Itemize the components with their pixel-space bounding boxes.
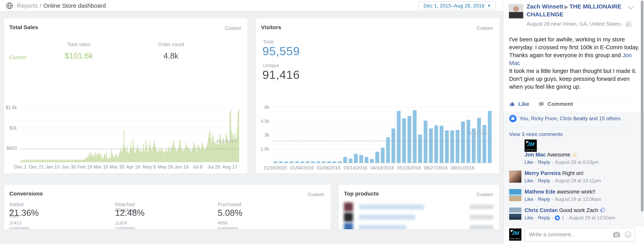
bar [220, 134, 221, 162]
bar [226, 133, 226, 162]
bar [232, 133, 232, 162]
bar [166, 150, 166, 162]
camera-icon[interactable] [613, 231, 620, 238]
bar [191, 151, 192, 162]
bar [450, 130, 454, 163]
comment-avatar[interactable] [509, 170, 522, 183]
bar [397, 111, 400, 163]
likers-text-link[interactable]: You, Ricky Poon, Chris Beatty and 15 oth… [520, 116, 620, 122]
comment-avatar[interactable]: JMJON MAC [524, 139, 537, 152]
bar [221, 141, 222, 162]
post-author-avatar[interactable] [509, 4, 523, 18]
comment-reply-link[interactable]: Reply [538, 215, 550, 221]
bar [165, 151, 165, 162]
bar [237, 127, 238, 162]
x-axis-label: Dec 21 [29, 164, 44, 170]
bar [195, 149, 196, 162]
view-more-comments-link[interactable]: View 3 more comments [509, 131, 563, 137]
bar [210, 139, 211, 162]
product-name-blurred[interactable] [359, 225, 406, 230]
comment-like-link[interactable]: Like [524, 178, 533, 183]
post-text-part2: It took me a little longer than thought … [509, 68, 638, 90]
like-button[interactable]: Like [518, 101, 529, 107]
post-options-chevron-icon[interactable] [628, 5, 634, 10]
bar [40, 160, 40, 162]
metric-value: 5.08% [218, 208, 242, 218]
product-row[interactable] [344, 213, 493, 222]
comment-reply-link[interactable]: Reply [538, 159, 550, 165]
comment-button[interactable]: Comment [548, 101, 573, 107]
bar [230, 112, 230, 162]
comment-author-link[interactable]: Merry Parreira [524, 170, 561, 176]
comment-author-link[interactable]: Mathew Ede [524, 189, 555, 195]
bar [187, 148, 188, 162]
bar [143, 144, 144, 162]
bar [108, 157, 109, 162]
composer-avatar: JM JON MAC [509, 229, 522, 241]
order-count-col-header: Order count [158, 42, 184, 47]
bar [160, 151, 160, 162]
bar [194, 143, 194, 162]
comment-reply-link[interactable]: Reply [538, 197, 550, 202]
comment-reply-link[interactable]: Reply [538, 178, 550, 183]
comments-list: JMJON MACJon Mac Awesome ☺Like · Reply ·… [509, 139, 640, 226]
bar [89, 156, 90, 162]
bar [197, 151, 198, 162]
bar [343, 157, 347, 163]
bar [36, 159, 36, 162]
bar [39, 159, 39, 162]
caret-down-icon: ▼ [487, 4, 491, 8]
bar [170, 148, 171, 162]
scrollbar-thumb[interactable] [641, 0, 644, 212]
bar [151, 149, 152, 162]
total-sales-plot[interactable]: $400$1k$1.6kAVERAGEDec 1Dec 21Jan 10Jan … [20, 103, 239, 162]
product-name-blurred[interactable] [359, 204, 424, 210]
x-axis-label: May 29 [158, 164, 173, 170]
total-sales-badge: Custom [225, 25, 241, 31]
bar [72, 159, 73, 162]
comment-avatar[interactable] [509, 189, 522, 201]
product-row[interactable] [344, 223, 493, 230]
bar [101, 157, 102, 162]
comment-like-link[interactable]: Like [524, 215, 533, 221]
bar [107, 158, 108, 162]
bar [100, 153, 101, 162]
post-author-link[interactable]: Zach Winsett [526, 3, 563, 10]
bar [38, 160, 38, 162]
comment-like-link[interactable]: Like [524, 159, 533, 165]
comment-text: awesome work!! [555, 189, 596, 195]
comment-timestamp: August 28 at 8:53pm [555, 159, 598, 165]
date-range-button[interactable]: Dec 1, 2015–Aug 28, 2016 ▼ [419, 1, 496, 10]
bar [154, 143, 154, 162]
x-axis-label: 05/23/2016 [397, 165, 421, 171]
bar [152, 146, 153, 162]
bar [169, 146, 170, 162]
emoji-icon[interactable] [625, 231, 631, 238]
comment-avatar[interactable] [509, 208, 522, 220]
visitors-plot[interactable]: 1.5k3k4.5k6kAVERAGE11/30/201501/04/20160… [272, 104, 492, 163]
comment-like-link[interactable]: Like [524, 197, 533, 202]
bar [96, 153, 97, 162]
x-axis-label: Jun 18 [174, 164, 188, 170]
bar [208, 137, 209, 162]
post-timestamp-location[interactable]: August 28 near Hiram, GA, United States … [526, 21, 624, 27]
bar [182, 151, 183, 162]
visitors-chart[interactable]: 1.5k3k4.5k6kAVERAGE11/30/201501/04/20160… [272, 104, 492, 163]
breadcrumb: Reports/Online Store dashboard [17, 2, 106, 9]
comment-author-link[interactable]: Chris Conlan [524, 207, 558, 213]
bar [94, 154, 95, 162]
bar [129, 150, 130, 162]
breadcrumb-reports-link[interactable]: Reports [17, 2, 38, 9]
comment-author-link[interactable]: Jon Mac [524, 152, 546, 158]
total-sales-chart[interactable]: $400$1k$1.6kAVERAGEDec 1Dec 21Jan 10Jan … [20, 103, 239, 162]
bar [158, 150, 159, 162]
product-row[interactable] [344, 202, 493, 212]
product-name-blurred[interactable] [359, 215, 415, 220]
bar [138, 148, 139, 162]
smiley-emoji: ☺ [572, 151, 578, 158]
metric-label: Purchased [218, 202, 242, 207]
bar [152, 151, 152, 162]
bar [62, 160, 62, 162]
x-axis-label: 08/01/2016 [451, 165, 474, 171]
bar [112, 155, 113, 162]
